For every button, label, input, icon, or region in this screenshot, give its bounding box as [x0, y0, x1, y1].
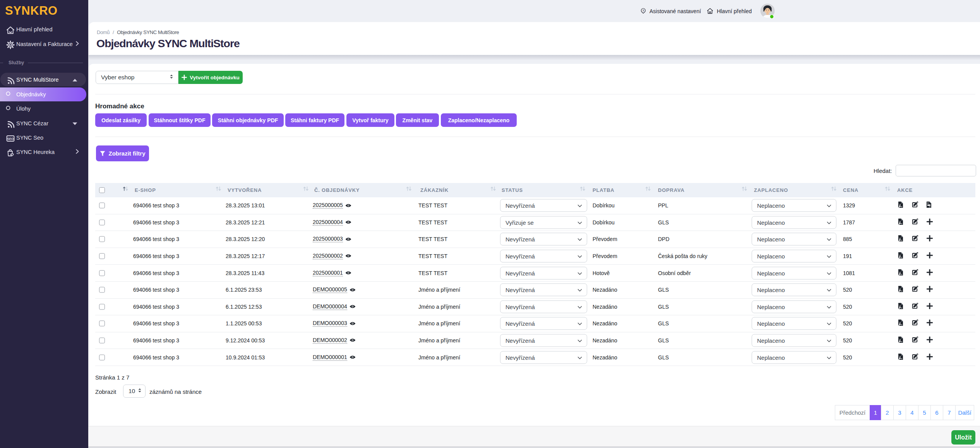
svg-text:?: ?	[642, 9, 644, 12]
svg-text:SEO: SEO	[7, 137, 14, 141]
